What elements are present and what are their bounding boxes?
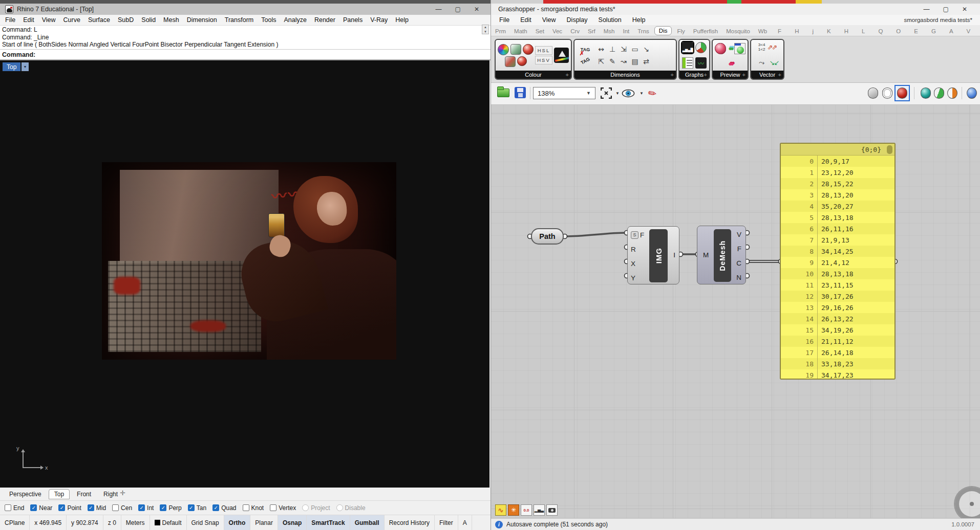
rhino-menu-item[interactable]: Mesh <box>163 16 179 24</box>
status-cell[interactable]: Grid Snap <box>187 515 224 530</box>
open-file-icon[interactable] <box>497 89 509 97</box>
scroll-down-icon[interactable]: ▼ <box>484 30 487 33</box>
gh-category-tab[interactable]: Mosquito <box>722 27 754 36</box>
zoom-extents-icon[interactable] <box>600 86 613 100</box>
checkbox-icon[interactable] <box>30 504 37 511</box>
rhino-menu-item[interactable]: Panels <box>343 16 363 24</box>
dimension-marker-icon[interactable]: ✎ <box>607 56 618 67</box>
minimize-icon[interactable]: — <box>924 6 930 12</box>
red-sphere-icon[interactable] <box>517 56 527 66</box>
dimension-curve-icon[interactable]: ↝ <box>618 56 629 67</box>
preview-shaded-selected[interactable] <box>894 85 910 101</box>
red-sphere-icon[interactable] <box>523 44 534 55</box>
dimension-vertical-icon[interactable]: ⊥ <box>607 43 618 55</box>
wire-path-to-img[interactable] <box>565 233 627 236</box>
osnap-toggle[interactable]: Vertex <box>270 504 296 512</box>
status-cell[interactable]: x 469.945 <box>30 515 67 530</box>
rhino-menu-item[interactable]: Surface <box>88 16 110 24</box>
checkbox-icon[interactable] <box>160 504 166 511</box>
gh-menu-item[interactable]: Help <box>632 16 646 24</box>
group-expand-icon[interactable]: + <box>566 72 569 78</box>
rhino-command-area[interactable]: Command: LCommand: _LineStart of line ( … <box>0 26 491 60</box>
osnap-toggle[interactable]: Knot <box>243 504 264 512</box>
gh-category-tab[interactable]: Crv <box>566 27 584 36</box>
rhino-title-bar[interactable]: Rhino 7 Educational - [Top] — ▢ ✕ <box>0 4 491 15</box>
markup-widget-icon[interactable]: ✳ <box>508 504 519 516</box>
osnap-toggle[interactable]: End <box>5 504 24 512</box>
vector-path-icon[interactable]: ⤳ <box>756 57 768 68</box>
pie-chart-icon[interactable] <box>695 42 707 53</box>
group-expand-icon[interactable]: + <box>704 72 707 78</box>
osnap-toggle[interactable]: Project <box>302 504 330 512</box>
command-scrollbar[interactable]: ▲▼ <box>482 25 489 34</box>
gh-category-tab[interactable]: Wb <box>754 27 771 36</box>
status-cell[interactable]: Record History <box>385 515 435 530</box>
gradient-legend-icon[interactable] <box>682 57 693 69</box>
viewport-tab[interactable]: Front <box>72 490 96 499</box>
display-mode-teal-icon[interactable] <box>919 86 932 100</box>
dimension-arrow-icon[interactable]: ↘ <box>641 43 652 55</box>
vector-arrows-green-icon[interactable]: ↘↙ <box>770 59 779 67</box>
hsl-button[interactable]: HSL <box>535 46 552 55</box>
display-mode-green-icon[interactable] <box>932 86 946 100</box>
status-cell[interactable]: Meters <box>121 515 150 530</box>
img-input-param[interactable]: S Y <box>628 271 644 285</box>
rhino-menu-item[interactable]: V-Ray <box>370 16 388 24</box>
gh-category-tab[interactable]: Srf <box>584 27 600 36</box>
status-cell[interactable]: Default <box>150 515 187 530</box>
img-component[interactable]: S F S R S X <box>627 226 679 284</box>
rhino-menu-item[interactable]: Edit <box>23 16 34 24</box>
close-icon[interactable]: ✕ <box>474 6 479 12</box>
rhino-menu-item[interactable]: Curve <box>63 16 80 24</box>
gh-category-tab[interactable]: Q <box>871 27 889 36</box>
viewport-menu-arrow-icon[interactable]: ▼ <box>22 62 29 71</box>
preview-off-icon[interactable] <box>866 86 880 100</box>
save-file-icon[interactable] <box>515 87 526 98</box>
status-cell[interactable]: Planar <box>250 515 278 530</box>
status-cell[interactable]: z 0 <box>103 515 121 530</box>
gh-menu-item[interactable]: Edit <box>520 16 531 24</box>
tag-delete-icon[interactable]: TAG✗ <box>581 47 590 52</box>
scroll-up-icon[interactable]: ▲ <box>484 26 487 29</box>
osnap-toggle[interactable]: Tan <box>188 504 206 512</box>
minimize-icon[interactable]: — <box>436 6 442 12</box>
status-cell[interactable]: y 902.874 <box>67 515 103 530</box>
gem-preview-icon[interactable] <box>715 43 726 54</box>
chevron-down-icon[interactable]: ▼ <box>640 91 644 96</box>
gh-category-tab[interactable]: Trns <box>633 27 653 36</box>
gh-category-tab[interactable]: Pufferfish <box>689 27 722 36</box>
maximize-icon[interactable]: ▢ <box>943 6 949 12</box>
checkbox-icon[interactable] <box>138 504 145 511</box>
status-cell[interactable]: A <box>458 515 472 530</box>
group-expand-icon[interactable]: + <box>671 72 674 78</box>
img-input-param[interactable]: S X <box>628 256 644 271</box>
checkbox-icon[interactable] <box>212 504 219 511</box>
gh-category-tab[interactable]: Dis <box>654 26 672 35</box>
gradient-cube-icon[interactable] <box>505 56 516 67</box>
img-input-param[interactable]: S R <box>628 242 644 256</box>
img-input-param[interactable]: S F <box>628 228 644 242</box>
line-graph-icon[interactable]: 〰 <box>695 57 707 69</box>
gh-category-tab[interactable]: H <box>788 27 805 36</box>
data-panel[interactable]: {0;0} 0 20,9,17 1 23,12,20 <box>780 143 896 380</box>
command-prompt[interactable]: Command: <box>0 49 491 60</box>
checkbox-icon[interactable] <box>5 504 11 511</box>
prism-spectrum-icon[interactable] <box>554 48 569 63</box>
dimension-box-icon[interactable]: ▭ <box>629 43 641 55</box>
rhino-menu-item[interactable]: Tools <box>261 16 276 24</box>
gh-category-tab[interactable]: j <box>805 27 820 36</box>
demesh-component-bar[interactable]: DeMesh <box>714 229 731 282</box>
custom-preview-icon[interactable] <box>734 43 745 54</box>
gh-menu-item[interactable]: File <box>499 16 509 24</box>
gh-category-tab[interactable]: Fly <box>673 27 689 36</box>
sketch-pen-icon[interactable]: ✎ <box>646 86 659 100</box>
demesh-output-param[interactable]: N <box>736 270 741 284</box>
vector-arrows-red-icon[interactable]: ⇗⇗ <box>767 43 776 51</box>
rhino-menu-item[interactable]: Transform <box>225 16 254 24</box>
img-output-label[interactable]: I <box>673 251 675 259</box>
gh-category-tab[interactable]: F <box>771 27 788 36</box>
gh-category-tab[interactable]: V <box>960 27 977 36</box>
dimension-polyline-icon[interactable]: ↭ <box>595 43 607 55</box>
osnap-toggle[interactable]: Disable <box>336 504 366 512</box>
point-cloud-green-icon[interactable]: ●● <box>728 45 732 52</box>
